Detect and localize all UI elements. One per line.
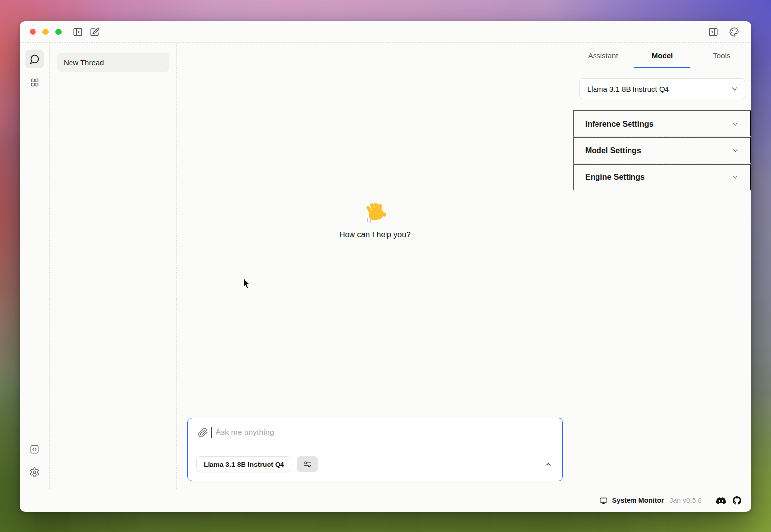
theme-button[interactable] bbox=[729, 27, 739, 37]
message-input[interactable] bbox=[216, 428, 553, 437]
rail-local-api-button[interactable] bbox=[25, 440, 44, 459]
system-monitor-label: System Monitor bbox=[612, 497, 664, 504]
right-panel-tabs: Assistant Model Tools bbox=[573, 43, 751, 68]
waving-hand-icon bbox=[363, 200, 387, 224]
system-monitor-button[interactable]: System Monitor bbox=[599, 497, 664, 505]
section-model-settings[interactable]: Model Settings bbox=[573, 137, 751, 164]
compose-edit-icon bbox=[89, 27, 100, 37]
paperclip-icon bbox=[198, 428, 208, 438]
status-bar: System Monitor Jan v0.5.8 bbox=[20, 489, 751, 512]
text-caret bbox=[211, 427, 212, 438]
section-inference-settings[interactable]: Inference Settings bbox=[573, 110, 751, 137]
minimize-button[interactable] bbox=[42, 29, 49, 35]
github-icon bbox=[733, 496, 741, 505]
sliders-icon bbox=[303, 460, 312, 469]
model-select-dropdown[interactable]: Llama 3.1 8B Instruct Q4 bbox=[579, 78, 745, 99]
zoom-button[interactable] bbox=[55, 29, 62, 35]
grid-icon bbox=[30, 77, 40, 88]
thread-list-item[interactable]: New Thread bbox=[57, 53, 169, 72]
greeting: How can I help you? bbox=[177, 32, 573, 407]
thread-list-panel: New Thread bbox=[50, 43, 177, 489]
toggle-left-panel-button[interactable] bbox=[72, 27, 83, 37]
chat-bubble-icon bbox=[29, 54, 40, 65]
app-window: New Thread bbox=[20, 21, 751, 512]
attach-file-button[interactable] bbox=[198, 428, 208, 438]
code-block-icon bbox=[29, 444, 40, 455]
chevron-down-icon bbox=[731, 173, 739, 181]
close-button[interactable] bbox=[30, 29, 36, 35]
tab-tools[interactable]: Tools bbox=[692, 43, 751, 68]
section-label: Engine Settings bbox=[585, 173, 645, 182]
discord-button[interactable] bbox=[716, 497, 726, 504]
chat-area: How can I help you? Llama 3.1 8B Instruc… bbox=[177, 43, 573, 489]
rail-threads-button[interactable] bbox=[25, 50, 44, 68]
right-panel: Assistant Model Tools Llama 3.1 8B Instr… bbox=[573, 43, 751, 489]
chevron-down-icon bbox=[731, 146, 739, 155]
model-selector-button[interactable]: Llama 3.1 8B Instruct Q4 bbox=[196, 456, 291, 472]
monitor-icon bbox=[599, 497, 608, 505]
rail-settings-button[interactable] bbox=[25, 463, 44, 482]
toggle-right-panel-button[interactable] bbox=[708, 27, 719, 37]
panel-left-collapse-icon bbox=[72, 27, 83, 37]
collapse-input-button[interactable] bbox=[544, 460, 553, 469]
desktop-wallpaper: { "colors": { "accent_blue": "#2563eb", … bbox=[0, 0, 771, 532]
app-body: New Thread bbox=[20, 42, 751, 489]
chevron-down-icon bbox=[731, 120, 739, 128]
message-input-box: Llama 3.1 8B Instruct Q4 bbox=[187, 418, 563, 481]
tab-model[interactable]: Model bbox=[632, 43, 692, 68]
rail-hub-button[interactable] bbox=[25, 73, 44, 92]
palette-icon bbox=[729, 27, 739, 37]
settings-sections: Inference Settings Model Settings Engine… bbox=[573, 110, 751, 190]
gear-icon bbox=[29, 467, 40, 478]
app-version: Jan v0.5.8 bbox=[669, 497, 701, 504]
chevron-down-icon bbox=[730, 84, 739, 93]
new-thread-button[interactable] bbox=[89, 27, 100, 37]
chevron-up-icon bbox=[544, 460, 553, 469]
section-engine-settings[interactable]: Engine Settings bbox=[573, 164, 751, 190]
github-button[interactable] bbox=[733, 496, 741, 505]
panel-right-icon bbox=[708, 27, 719, 37]
thread-title: New Thread bbox=[64, 58, 104, 66]
left-rail bbox=[20, 43, 50, 489]
tab-assistant[interactable]: Assistant bbox=[573, 43, 632, 68]
section-label: Model Settings bbox=[585, 146, 641, 155]
section-label: Inference Settings bbox=[585, 120, 654, 129]
model-select-value: Llama 3.1 8B Instruct Q4 bbox=[587, 85, 669, 93]
discord-icon bbox=[716, 497, 726, 504]
model-config-button[interactable] bbox=[297, 456, 318, 472]
greeting-text: How can I help you? bbox=[339, 231, 411, 239]
traffic-lights bbox=[30, 29, 62, 35]
